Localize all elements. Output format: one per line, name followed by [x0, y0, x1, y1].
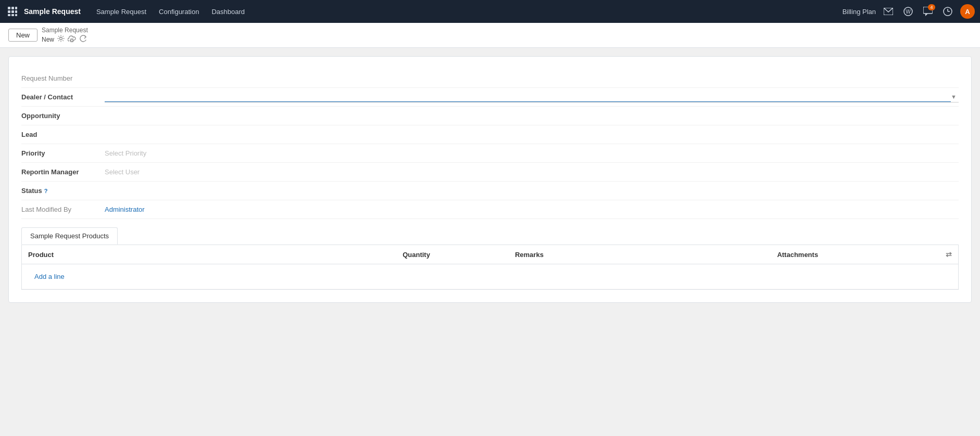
dealer-contact-dropdown-arrow: ▼	[951, 94, 957, 100]
svg-rect-2	[15, 7, 17, 9]
settings-icon[interactable]	[57, 35, 65, 44]
tab-sample-request-products[interactable]: Sample Request Products	[21, 227, 118, 245]
toolbar: New Sample Request New	[0, 23, 980, 48]
table-container: Product Quantity Remarks Attachments	[21, 245, 959, 290]
breadcrumb-current: New	[42, 36, 54, 43]
dealer-contact-wrapper: ▼	[105, 92, 959, 102]
last-modified-value: Administrator	[105, 206, 959, 213]
form-card: Request Number Dealer / Contact ▼ Opport…	[8, 56, 972, 303]
svg-rect-8	[15, 14, 17, 16]
svg-rect-1	[11, 7, 14, 9]
breadcrumb: Sample Request New	[42, 27, 88, 44]
nav-dashboard[interactable]: Dashboard	[206, 6, 250, 18]
priority-row: Priority Select Priority	[21, 144, 959, 163]
column-product: Product	[22, 245, 396, 264]
column-attachments: Attachments	[771, 245, 939, 264]
dealer-contact-label: Dealer / Contact	[21, 93, 105, 101]
tabs: Sample Request Products	[21, 227, 959, 245]
topnav: Sample Request Sample Request Configurat…	[0, 0, 980, 23]
reporting-manager-label: Reportin Manager	[21, 168, 105, 176]
lead-row: Lead	[21, 125, 959, 144]
billing-plan-label: Billing Plan	[843, 8, 876, 16]
reporting-manager-row: Reportin Manager Select User	[21, 163, 959, 182]
request-number-row: Request Number	[21, 69, 959, 88]
reporting-manager-placeholder[interactable]: Select User	[105, 168, 140, 176]
discard-icon[interactable]	[79, 35, 87, 44]
add-line-button[interactable]: Add a line	[28, 268, 71, 285]
new-button[interactable]: New	[8, 29, 37, 42]
status-label: Status?	[21, 187, 105, 195]
svg-rect-4	[11, 10, 14, 13]
svg-text:W: W	[906, 9, 911, 15]
opportunity-label: Opportunity	[21, 112, 105, 120]
topnav-right: Billing Plan W 4	[843, 4, 975, 19]
request-number-label: Request Number	[21, 74, 105, 82]
column-quantity: Quantity	[396, 245, 509, 264]
user-avatar[interactable]: A	[960, 4, 975, 19]
column-remarks: Remarks	[509, 245, 771, 264]
dealer-contact-input[interactable]	[105, 92, 951, 102]
main-content: Request Number Dealer / Contact ▼ Opport…	[0, 48, 980, 311]
status-row: Status?	[21, 182, 959, 200]
svg-rect-3	[8, 10, 10, 13]
add-line-cell: Add a line	[22, 264, 958, 289]
opportunity-row: Opportunity	[21, 107, 959, 125]
priority-value: Select Priority	[105, 149, 959, 157]
dealer-contact-row: Dealer / Contact ▼	[21, 88, 959, 107]
nav-configuration[interactable]: Configuration	[154, 6, 204, 18]
grid-menu-icon[interactable]	[5, 4, 20, 19]
table-sort-icon[interactable]: ⇄	[946, 250, 952, 259]
clock-icon[interactable]	[940, 4, 955, 19]
products-table: Product Quantity Remarks Attachments	[22, 245, 958, 289]
whatsapp-icon[interactable]: W	[901, 4, 915, 19]
status-help-icon[interactable]: ?	[44, 188, 48, 194]
chat-icon[interactable]: 4	[921, 4, 935, 19]
add-line-row: Add a line	[22, 264, 958, 289]
svg-rect-7	[11, 14, 14, 16]
save-cloud-icon[interactable]	[68, 35, 76, 44]
email-icon[interactable]	[881, 4, 896, 19]
breadcrumb-parent: Sample Request	[42, 27, 88, 34]
chat-badge: 4	[928, 4, 935, 10]
priority-placeholder[interactable]: Select Priority	[105, 149, 146, 157]
svg-rect-5	[15, 10, 17, 13]
priority-label: Priority	[21, 149, 105, 157]
last-modified-label: Last Modified By	[21, 206, 105, 213]
column-actions: ⇄	[939, 245, 958, 264]
table-header-row: Product Quantity Remarks Attachments	[22, 245, 958, 264]
last-modified-row: Last Modified By Administrator	[21, 200, 959, 219]
tab-section: Sample Request Products Product Quantity	[21, 227, 959, 290]
svg-rect-6	[8, 14, 10, 16]
svg-rect-0	[8, 7, 10, 9]
table-body: Add a line	[22, 264, 958, 289]
last-modified-user[interactable]: Administrator	[105, 206, 145, 213]
app-title: Sample Request	[24, 7, 81, 16]
nav-sample-request[interactable]: Sample Request	[91, 6, 152, 18]
lead-label: Lead	[21, 131, 105, 138]
reporting-manager-value: Select User	[105, 168, 959, 176]
svg-point-16	[60, 37, 62, 40]
breadcrumb-sub: New	[42, 35, 88, 44]
